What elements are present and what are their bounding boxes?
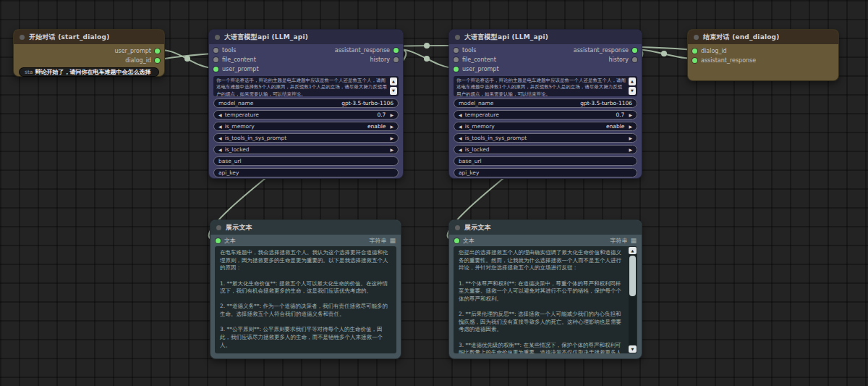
node-header[interactable]: 大语言模型api (LLM_api) [449,30,642,44]
collapse-dot-icon[interactable] [455,35,460,40]
slot-dot[interactable] [216,238,221,243]
scrollbar-thumb[interactable] [629,256,636,296]
input-slot-file-content[interactable]: file_content [454,55,503,64]
widget-is-tools-in-sys-prompt[interactable]: ◀ is_tools_in_sys_prompt ▶ [213,133,399,143]
increment-arrow-icon[interactable]: ▶ [390,113,393,117]
widget-base-url[interactable]: base_url [454,156,637,166]
widget-label: sta [25,69,33,75]
node-header[interactable]: 开始对话 (start_dialog) [14,30,164,44]
decrement-arrow-icon[interactable]: ◀ [218,113,222,117]
collapse-dot-icon[interactable] [216,225,221,230]
decrement-arrow-icon[interactable]: ◀ [218,136,222,140]
collapse-dot-icon[interactable] [20,35,25,40]
widget-is-memory[interactable]: ◀ is_memory enable ▶ [213,122,399,131]
widget-model-name[interactable]: model_name gpt-3.5-turbo-1106 [454,98,637,108]
slot-label: history [370,56,390,63]
input-slot-tools[interactable]: tools [454,46,503,55]
scroll-up-icon[interactable]: ▲ [629,247,637,254]
scroll-down-icon[interactable]: ▼ [629,87,636,95]
widget-is-locked[interactable]: ◀ is_locked ▶ [454,145,637,154]
decrement-arrow-icon[interactable]: ◀ [459,113,462,117]
node-display-text-1[interactable]: 展示文本 文本 字符串 ▦ 在电车难题中，我会选择拯救五个人。我认为这个选择更符… [210,219,401,359]
increment-arrow-icon[interactable]: ▶ [629,125,632,129]
widget-api-key[interactable]: api_key [454,168,637,177]
input-slot-file-content[interactable]: file_content [213,55,263,64]
increment-arrow-icon[interactable]: ▶ [629,148,632,152]
slot-dot[interactable] [454,238,459,243]
input-slot-user-prompt[interactable]: user_prompt [454,64,503,74]
slot-dot[interactable] [454,57,459,62]
widget-temperature[interactable]: ◀ temperature 0.7 ▶ [213,110,399,119]
decrement-arrow-icon[interactable]: ◀ [218,148,222,152]
slot-dot[interactable] [692,58,697,63]
collapse-dot-icon[interactable] [455,225,460,230]
node-llm-api-1[interactable]: 大语言模型api (LLM_api) tools file_content us… [208,29,404,179]
decrement-arrow-icon[interactable]: ◀ [459,148,462,152]
input-slot-text[interactable]: 文本 [454,236,478,246]
widget-is-memory[interactable]: ◀ is_memory enable ▶ [454,122,637,131]
input-slot-dialog-id[interactable]: dialog_id [692,46,838,56]
node-header[interactable]: 展示文本 [210,220,401,235]
slot-dot[interactable] [213,67,218,72]
slot-dot[interactable] [632,57,637,62]
decrement-arrow-icon[interactable]: ◀ [459,125,462,129]
input-slot-assistant-response[interactable]: assistant_response [692,56,838,65]
display-text-panel[interactable]: 您提出的选择拯救五个人的理由确实强调了最大化生命价值和道德义务的重要性。然而，让… [454,246,637,353]
node-display-text-2[interactable]: 展示文本 文本 字符串 ▦ 您提出的选择拯救五个人的理由确实强调了最大化生命价值… [448,219,642,359]
output-slot-dialog-id[interactable]: dialog_id [125,56,160,65]
node-llm-api-2[interactable]: 大语言模型api (LLM_api) tools file_content us… [448,29,642,179]
node-header[interactable]: 大语言模型api (LLM_api) [209,30,403,44]
slot-label: tools [462,47,476,54]
node-header[interactable]: 结束对话 (end_dialog) [688,30,838,44]
node-title: 展示文本 [226,223,252,232]
collapse-dot-icon[interactable] [694,35,699,40]
slot-dot[interactable] [393,48,399,53]
decrement-arrow-icon[interactable]: ◀ [459,136,462,140]
slot-dot[interactable] [692,49,697,54]
node-end-dialog[interactable]: 结束对话 (end_dialog) dialog_id assistant_re… [687,29,839,81]
input-slot-text[interactable]: 文本 [216,236,239,246]
slot-dot[interactable] [213,57,218,62]
scroll-down-icon[interactable]: ▼ [390,87,397,95]
scroll-up-icon[interactable]: ▲ [390,77,397,85]
increment-arrow-icon[interactable]: ▶ [390,136,393,140]
output-slot-user-prompt[interactable]: user_prompt [114,46,160,56]
node-start-dialog[interactable]: 开始对话 (start_dialog) user_prompt dialog_i… [13,29,165,77]
input-slot-tools[interactable]: tools [213,46,263,55]
scroll-up-icon[interactable]: ▲ [629,77,636,85]
widget-is-tools-in-sys-prompt[interactable]: ◀ is_tools_in_sys_prompt ▶ [454,133,637,143]
node-graph-canvas[interactable]: 开始对话 (start_dialog) user_prompt dialog_i… [0,0,868,386]
output-slot-assistant-response[interactable]: assistant_response [574,46,637,55]
slot-dot[interactable] [155,58,160,63]
system-prompt-textarea[interactable]: 你一个辩论赛选手，辩论的主题是电车难题中应该是救一个人还是救五个人，请阐述电车难… [213,76,399,96]
system-prompt-textarea[interactable]: 你一个辩论赛选手，辩论的主题是电车难题中应该是救一个人还是救五个人，请阐述电车难… [454,76,637,96]
slot-dot[interactable] [213,48,218,53]
widget-temperature[interactable]: ◀ temperature 0.7 ▶ [454,110,637,119]
display-text-panel[interactable]: 在电车难题中，我会选择拯救五个人。我认为这个选择更符合道德和伦理原则，因为拯救更… [215,246,396,353]
slot-dot[interactable] [393,57,399,62]
increment-arrow-icon[interactable]: ▶ [629,136,632,140]
slot-dot[interactable] [454,48,459,53]
decrement-arrow-icon[interactable]: ◀ [218,125,222,129]
scrollbar-track[interactable]: ▲ ▼ [629,247,637,353]
widget-model-name[interactable]: model_name gpt-3.5-turbo-1106 [213,98,399,108]
widget-is-locked[interactable]: ◀ is_locked ▶ [213,145,399,154]
input-slot-user-prompt[interactable]: user_prompt [213,64,263,74]
widget-base-url[interactable]: base_url [213,156,399,166]
widget-api-key[interactable]: api_key [213,168,399,177]
string-type-icon: ▦ [389,238,396,244]
system-prompt-text: 你一个辩论赛选手，辩论的主题是电车难题中应该是救一个人还是救五个人，请阐述电车难… [454,76,637,96]
collapse-dot-icon[interactable] [215,35,220,40]
increment-arrow-icon[interactable]: ▶ [390,125,393,129]
slot-dot[interactable] [454,67,459,72]
start-text-widget[interactable]: sta 辩论开始了，请问你在电车难题中会怎么选择 [19,67,159,77]
output-slot-history[interactable]: history [370,55,399,64]
slot-dot[interactable] [632,48,637,53]
node-header[interactable]: 展示文本 [449,220,642,235]
increment-arrow-icon[interactable]: ▶ [629,113,632,117]
increment-arrow-icon[interactable]: ▶ [390,148,393,152]
output-slot-assistant-response[interactable]: assistant_response [335,46,399,55]
scroll-down-icon[interactable]: ▼ [629,345,637,353]
slot-dot[interactable] [155,49,160,54]
output-slot-history[interactable]: history [608,55,637,64]
